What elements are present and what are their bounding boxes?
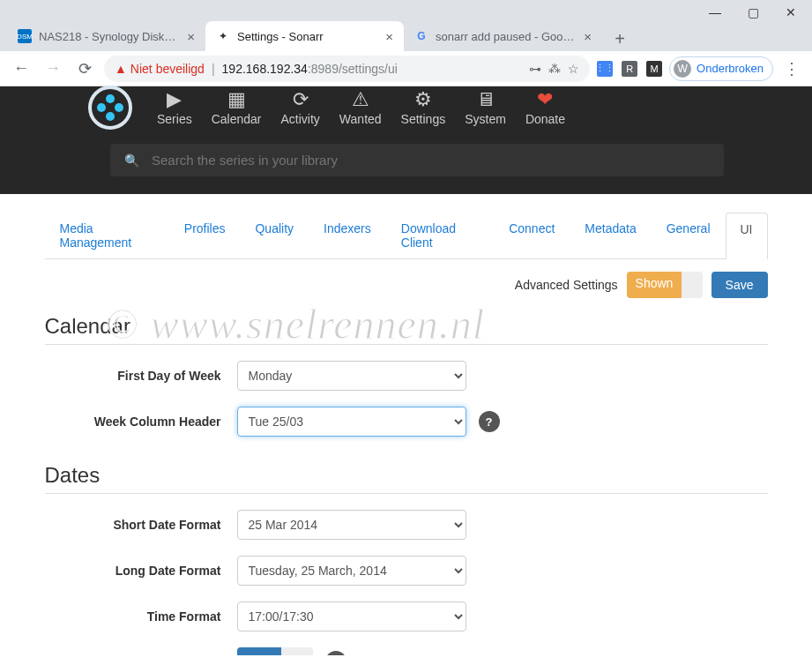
first-day-of-week-label: First Day of Week [45,369,237,383]
avatar: W [674,60,691,78]
nav-system[interactable]: 🖥System [465,89,506,126]
monitor-icon: 🖥 [476,89,495,110]
browser-tab-0[interactable]: DSM NAS218 - Synology DiskStation × [7,21,205,51]
short-date-format-select[interactable]: 25 Mar 2014 [237,510,466,540]
back-button[interactable]: ← [9,56,34,81]
show-relative-dates-toggle[interactable]: Yes [237,647,313,655]
tab-strip: DSM NAS218 - Synology DiskStation × ✦ Se… [0,19,812,51]
first-day-of-week-select[interactable]: Monday [237,361,466,391]
section-dates-title: Dates [45,452,768,494]
short-date-format-label: Short Date Format [45,518,237,532]
browser-tab-1[interactable]: ✦ Settings - Sonarr × [205,21,404,51]
search-icon: 🔍 [124,153,139,168]
time-format-select[interactable]: 17:00/17:30 [237,601,466,631]
window-close[interactable]: ✕ [786,5,796,19]
close-icon[interactable]: × [385,29,393,44]
window-minimize[interactable]: — [709,5,721,19]
settings-content: Media Management Profiles Quality Indexe… [19,194,794,655]
extension-icon[interactable]: R [622,61,637,77]
app-logo[interactable] [88,86,132,130]
nav-donate[interactable]: ❤Donate [525,89,565,126]
week-column-header-select[interactable]: Tue 25/03 [237,407,466,437]
extension-icon[interactable]: M [646,61,662,77]
extension-icon[interactable]: ⋮⋮ [597,61,613,77]
reload-button[interactable]: ⟳ [72,56,97,81]
nav-calendar[interactable]: ▦Calendar [212,89,262,126]
subtab-media-management[interactable]: Media Management [45,212,169,258]
nav-wanted[interactable]: ⚠Wanted [339,89,382,126]
time-format-label: Time Format [45,609,237,624]
browser-menu-button[interactable]: ⋮ [780,59,803,78]
favicon: ✦ [216,29,230,43]
extensions: ⋮⋮ R M [597,61,662,77]
heart-icon: ❤ [537,89,553,110]
key-icon[interactable]: ⊶ [529,62,541,76]
address-bar[interactable]: ▲ Niet beveiligd | 192.168.192.34:8989/s… [104,56,590,82]
gear-icon: ⚙ [414,89,432,110]
save-button[interactable]: Save [711,272,768,298]
long-date-format-select[interactable]: Tuesday, 25 March, 2014 [237,556,466,586]
nav-activity[interactable]: ⟳Activity [281,89,320,126]
week-column-header-label: Week Column Header [45,415,237,429]
insecure-warning-icon: ▲ Niet beveiligd [115,62,205,76]
star-icon[interactable]: ☆ [568,62,579,76]
help-icon[interactable]: ? [325,651,346,655]
browser-chrome: — ▢ ✕ DSM NAS218 - Synology DiskStation … [0,0,812,86]
browser-toolbar: ← → ⟳ ▲ Niet beveiligd | 192.168.192.34:… [0,51,812,86]
profile-button[interactable]: W Onderbroken [669,56,773,81]
close-icon[interactable]: × [187,29,195,44]
profile-label: Onderbroken [697,62,764,75]
subtab-download-client[interactable]: Download Client [386,212,494,258]
translate-icon[interactable]: ⁂ [548,62,561,76]
subtab-connect[interactable]: Connect [494,212,570,258]
new-tab-button[interactable]: + [607,26,632,51]
subtab-general[interactable]: General [652,212,726,258]
window-maximize[interactable]: ▢ [748,5,759,19]
calendar-icon: ▦ [227,89,246,110]
security-text: Niet beveiligd [130,62,205,76]
search-bar[interactable]: 🔍 [110,144,724,176]
favicon: G [414,29,428,43]
section-calendar-title: Calendar [45,303,768,345]
subtab-quality[interactable]: Quality [240,212,309,258]
tab-title: Settings - Sonarr [237,30,378,43]
subtab-ui[interactable]: UI [726,213,768,259]
url-text: 192.168.192.34:8989/settings/ui [222,62,523,76]
nav-settings[interactable]: ⚙Settings [401,89,446,126]
tab-title: NAS218 - Synology DiskStation [39,30,180,43]
advanced-settings-toggle[interactable]: Shown [627,272,703,298]
subtab-profiles[interactable]: Profiles [169,212,241,258]
browser-tab-2[interactable]: G sonarr add paused - Google zo × [404,21,602,51]
subtab-metadata[interactable]: Metadata [570,212,651,258]
settings-subtabs: Media Management Profiles Quality Indexe… [45,212,768,259]
nav-series[interactable]: ▶Series [157,89,192,126]
show-relative-dates-label: Show Relative Dates [45,654,237,655]
search-input[interactable] [152,153,710,168]
favicon: DSM [18,29,32,43]
forward-button: → [41,56,65,81]
help-icon[interactable]: ? [479,411,500,432]
warning-icon: ⚠ [352,89,369,110]
play-icon: ▶ [167,89,182,110]
subtab-indexers[interactable]: Indexers [309,212,386,258]
activity-icon: ⟳ [293,89,309,110]
long-date-format-label: Long Date Format [45,564,237,578]
close-icon[interactable]: × [584,29,592,44]
advanced-settings-label: Advanced Settings [515,278,618,292]
app-header: ▶Series ▦Calendar ⟳Activity ⚠Wanted ⚙Set… [0,86,812,194]
tab-title: sonarr add paused - Google zo [436,30,577,43]
